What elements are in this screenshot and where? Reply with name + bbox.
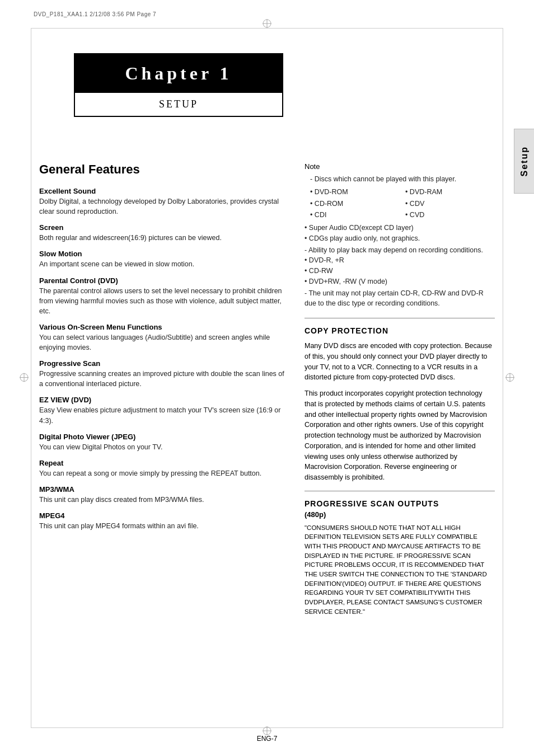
- feature-body-4: You can select various languages (Audio/…: [39, 332, 288, 353]
- feature-title-9: MP3/WMA: [39, 485, 288, 494]
- progressive-scan-section: PROGRESSIVE SCAN OUTPUTS (480p) "CONSUME…: [305, 499, 495, 617]
- page-number: ENG-7: [257, 735, 278, 743]
- note-pair-0-0: • DVD-ROM: [310, 187, 400, 198]
- page-container: DVD_P181_XAA1.1 2/12/08 3:56 PM Page 7: [0, 0, 534, 756]
- copy-protection-title: COPY PROTECTION: [305, 326, 495, 335]
- note-single-0: • Super Audio CD(except CD layer): [305, 223, 495, 233]
- note-singles: • Super Audio CD(except CD layer) • CDGs…: [305, 223, 495, 309]
- general-features-title: General Features: [39, 162, 288, 177]
- feature-body-0: Dolby Digital, a technology developed by…: [39, 196, 288, 217]
- feature-title-3: Parental Control (DVD): [39, 276, 288, 285]
- feature-slow-motion: Slow Motion An important scene can be vi…: [39, 250, 288, 269]
- margin-line-right: [503, 28, 503, 728]
- chapter-header: Chapter 1 SETUP: [74, 53, 283, 117]
- feature-ez-view: EZ VIEW (DVD) Easy View enables picture …: [39, 396, 288, 425]
- feature-title-7: Digital Photo Viewer (JPEG): [39, 433, 288, 441]
- feature-title-4: Various On-Screen Menu Functions: [39, 323, 288, 331]
- feature-screen: Screen Both regular and widescreen(16:9)…: [39, 223, 288, 243]
- feature-body-8: You can repeat a song or movie simply by…: [39, 468, 288, 478]
- divider-2: [305, 491, 495, 491]
- feature-body-3: The parental control allows users to set…: [39, 286, 288, 316]
- feature-digital-photo: Digital Photo Viewer (JPEG) You can view…: [39, 433, 288, 452]
- main-content: General Features Excellent Sound Dolby D…: [39, 162, 495, 616]
- feature-mp3-wma: MP3/WMA This unit can play discs created…: [39, 485, 288, 505]
- copy-protection-para-0: Many DVD discs are encoded with copy pro…: [305, 341, 495, 383]
- feature-body-5: Progressive scanning creates an improved…: [39, 369, 288, 389]
- side-tab-label: Setup: [519, 146, 530, 176]
- features-list: Excellent Sound Dolby Digital, a technol…: [39, 187, 288, 531]
- note-single-5: • DVD+RW, -RW (V mode): [305, 276, 495, 287]
- feature-title-6: EZ VIEW (DVD): [39, 396, 288, 404]
- feature-title-0: Excellent Sound: [39, 187, 288, 195]
- note-section: Note - Discs which cannot be played with…: [305, 162, 495, 309]
- feature-onscreen-menu: Various On-Screen Menu Functions You can…: [39, 323, 288, 353]
- note-intro: - Discs which cannot be played with this…: [310, 174, 495, 185]
- feature-title-2: Slow Motion: [39, 250, 288, 258]
- divider-1: [305, 318, 495, 318]
- feature-excellent-sound: Excellent Sound Dolby Digital, a technol…: [39, 187, 288, 217]
- note-pair-0-1: • DVD-RAM: [405, 187, 495, 198]
- feature-title-1: Screen: [39, 223, 288, 232]
- feature-parental-control: Parental Control (DVD) The parental cont…: [39, 276, 288, 316]
- setup-title: SETUP: [74, 93, 283, 117]
- note-title: Note: [305, 162, 495, 171]
- note-pair-1-0: • CD-ROM: [310, 199, 400, 209]
- note-pair-2-0: • CDI: [310, 210, 400, 220]
- progressive-title: PROGRESSIVE SCAN OUTPUTS: [305, 499, 495, 508]
- progressive-body: "CONSUMERS SHOULD NOTE THAT NOT ALL HIGH…: [305, 523, 495, 617]
- note-single-6: - The unit may not play certain CD-R, CD…: [305, 288, 495, 309]
- note-bullet-pairs: • DVD-ROM • DVD-RAM • CD-ROM • CDV • CDI…: [310, 187, 495, 220]
- feature-body-7: You can view Digital Photos on your TV.: [39, 442, 288, 452]
- note-single-3: • DVD-R, +R: [305, 255, 495, 266]
- note-body: - Discs which cannot be played with this…: [305, 174, 495, 309]
- note-single-1: • CDGs play audio only, not graphics.: [305, 233, 495, 244]
- feature-mpeg4: MPEG4 This unit can play MPEG4 formats w…: [39, 511, 288, 531]
- left-column: General Features Excellent Sound Dolby D…: [39, 162, 288, 616]
- note-single-4: • CD-RW: [305, 266, 495, 276]
- reg-mark-left: [18, 372, 30, 384]
- feature-body-1: Both regular and widescreen(16:9) pictur…: [39, 233, 288, 243]
- margin-line-left: [31, 28, 31, 728]
- side-tab: Setup: [514, 129, 534, 194]
- note-pair-1-1: • CDV: [405, 199, 495, 209]
- feature-title-10: MPEG4: [39, 511, 288, 520]
- feature-body-2: An important scene can be viewed in slow…: [39, 259, 288, 269]
- reg-mark-right: [504, 372, 516, 384]
- feature-body-6: Easy View enables picture adjustment to …: [39, 405, 288, 425]
- copy-protection-section: COPY PROTECTION Many DVD discs are encod…: [305, 326, 495, 483]
- reg-mark-top: [261, 18, 273, 31]
- note-pair-2-1: • CVD: [405, 210, 495, 220]
- feature-progressive-scan: Progressive Scan Progressive scanning cr…: [39, 359, 288, 389]
- feature-repeat: Repeat You can repeat a song or movie si…: [39, 459, 288, 478]
- progressive-subtitle: (480p): [305, 510, 495, 519]
- chapter-title: Chapter 1: [74, 53, 283, 93]
- right-column: Note - Discs which cannot be played with…: [305, 162, 495, 616]
- feature-title-8: Repeat: [39, 459, 288, 467]
- feature-body-10: This unit can play MPEG4 formats within …: [39, 521, 288, 531]
- feature-title-5: Progressive Scan: [39, 359, 288, 368]
- feature-body-9: This unit can play discs created from MP…: [39, 495, 288, 505]
- page-meta: DVD_P181_XAA1.1 2/12/08 3:56 PM Page 7: [34, 11, 156, 17]
- copy-protection-para-1: This product incorporates copyright prot…: [305, 388, 495, 483]
- note-single-2: - Ability to play back may depend on rec…: [305, 245, 495, 256]
